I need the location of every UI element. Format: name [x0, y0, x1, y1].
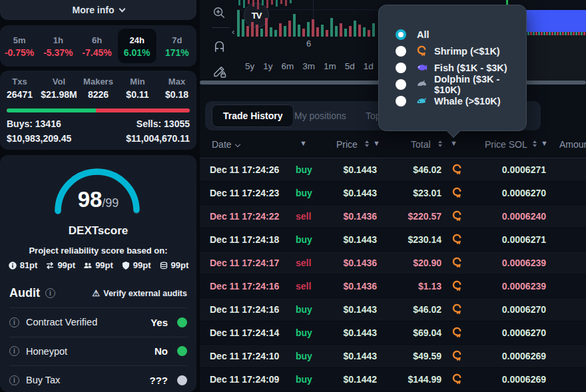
community-icon [83, 261, 93, 270]
cell-total: $144.99 [408, 374, 441, 385]
filter-option-whale[interactable]: Whale (>$10K) [379, 93, 526, 109]
toolbar-divider [212, 27, 229, 28]
trade-row[interactable]: Dec 11 17:24:16sell$0.1436$1.130.0006239 [200, 275, 586, 298]
trade-row[interactable]: Dec 11 17:24:18buy$0.1443$230.140.000627… [200, 228, 586, 252]
cell-price-sol: 0.0006240 [502, 211, 546, 222]
tab-trade-history[interactable]: Trade History [212, 104, 294, 127]
cell-price-sol: 0.0006239 [502, 281, 546, 292]
filter-option-dolphin[interactable]: Dolphin ($3K - $10K) [379, 76, 526, 93]
info-icon[interactable]: i [9, 346, 19, 356]
cell-price: $0.1436 [343, 211, 377, 222]
shrimp-icon [451, 303, 465, 317]
range-1y[interactable]: 1y [263, 61, 272, 71]
verify-external-audits-link[interactable]: ⚠ Verify external audits [93, 288, 187, 298]
timeframe-5m[interactable]: 5m-0.75% [0, 25, 39, 67]
whale-icon [416, 95, 428, 106]
cell-side: buy [296, 351, 312, 361]
cell-date: Dec 11 17:24:14 [210, 327, 279, 338]
warning-icon: ⚠ [93, 288, 101, 298]
cell-price: $0.1443 [343, 188, 377, 198]
range-3m[interactable]: 3m [302, 61, 315, 71]
range-1d[interactable]: 1d [364, 61, 374, 71]
sort-icon[interactable] [438, 140, 442, 147]
chart-right-area [527, 35, 586, 81]
filter-icon[interactable]: ▼ [300, 139, 307, 147]
score-metric: 81pt [8, 260, 38, 270]
radio-unselected[interactable] [396, 96, 406, 106]
trade-row[interactable]: Dec 11 17:24:10buy$0.1443$49.590.0006269 [200, 345, 586, 368]
filter-icon[interactable]: ▼ [450, 139, 457, 147]
cell-total: $46.02 [413, 164, 441, 175]
zoom-in-icon[interactable] [212, 5, 226, 20]
trade-row[interactable]: Dec 11 17:24:17sell$0.1436$20.900.000623… [200, 252, 586, 275]
fish-icon [416, 62, 428, 73]
more-info-bar[interactable]: More info [0, 0, 196, 20]
range-1m[interactable]: 1m [324, 61, 336, 71]
sort-icon[interactable] [533, 140, 537, 147]
cell-side: buy [296, 234, 312, 245]
shrimp-icon [451, 327, 465, 340]
radio-unselected[interactable] [396, 79, 406, 90]
filter-icon[interactable]: ▼ [541, 139, 548, 147]
trade-row[interactable]: Dec 11 17:24:16buy$0.1443$46.020.0006270 [200, 298, 586, 321]
cell-total: $69.04 [413, 327, 441, 338]
filter-icon[interactable]: ▼ [373, 139, 380, 147]
dextscore-card: 98/99 DEXTscore Project reliability scor… [0, 155, 196, 392]
timeframe-6h[interactable]: 6h-7.45% [77, 25, 116, 67]
trade-row[interactable]: Dec 11 17:24:23buy$0.1443$23.010.0006270 [200, 182, 586, 205]
cell-side: buy [296, 188, 312, 198]
trade-size-filter-dropdown: AllShrimp (<$1K)Fish ($1K - $3K)Dolphin … [378, 5, 527, 131]
cell-date: Dec 11 17:24:22 [210, 211, 279, 222]
timeframe-1h[interactable]: 1h-5.37% [39, 25, 77, 67]
cell-total: $20.90 [413, 258, 441, 268]
filter-option-label: All [417, 29, 430, 40]
info-icon[interactable]: i [9, 317, 19, 327]
timeframe-24h[interactable]: 24h6.01% [118, 29, 156, 63]
cell-total: $46.02 [413, 304, 441, 315]
cell-date: Dec 11 17:24:09 [210, 374, 279, 385]
shrimp-icon [451, 280, 465, 294]
pair-stats-card: Txs26471Vol$21.98MMakers8226Min$0.11Max$… [0, 71, 196, 150]
col-price[interactable]: Price [336, 139, 358, 150]
cell-side: sell [296, 281, 311, 292]
radio-selected[interactable] [396, 29, 406, 40]
audit-rows: iContract VerifiedYesiHoneypotNoiBuy Tax… [9, 307, 187, 392]
col-total[interactable]: Total [411, 139, 431, 150]
trade-row[interactable]: Dec 11 17:24:09buy$0.1442$144.990.000626… [200, 368, 586, 391]
trade-row[interactable]: Dec 11 17:24:26buy$0.1443$46.020.0006271 [200, 158, 586, 182]
dextscore-metrics: 81pt99pt99pt99pt99pt [0, 260, 196, 270]
cell-side: buy [296, 374, 312, 385]
stat-min: Min$0.11 [118, 77, 157, 100]
range-5d[interactable]: 5d [345, 61, 355, 71]
trade-row[interactable]: Dec 11 17:24:22sell$0.1436$220.570.00062… [200, 205, 586, 228]
sort-icon[interactable] [365, 140, 369, 147]
stat-max: Max$0.18 [157, 77, 196, 100]
draw-lock-icon[interactable] [212, 63, 228, 79]
score-metric: 99pt [45, 260, 75, 270]
cell-side: buy [296, 327, 312, 338]
cell-date: Dec 11 17:24:16 [210, 281, 279, 292]
cell-price: $0.1443 [343, 304, 377, 315]
col-price-sol[interactable]: Price SOL [485, 139, 527, 150]
info-icon[interactable]: i [45, 288, 55, 298]
cell-price-sol: 0.0006270 [502, 188, 546, 198]
range-6m[interactable]: 6m [282, 61, 294, 71]
range-5y[interactable]: 5y [245, 61, 254, 71]
collapse-toolbar-arrow[interactable]: ‹ [232, 27, 234, 37]
filter-option-all[interactable]: All [379, 26, 526, 43]
cell-date: Dec 11 17:24:26 [210, 164, 279, 175]
cell-price-sol: 0.0006270 [502, 327, 546, 338]
filter-option-shrimp[interactable]: Shrimp (<$1K) [379, 43, 526, 59]
trade-row[interactable]: Dec 11 17:24:14buy$0.1443$69.040.0006270 [200, 321, 586, 345]
col-amount[interactable]: Amount [559, 139, 586, 150]
col-date[interactable]: Date [212, 139, 240, 150]
shrimp-icon [451, 257, 465, 270]
cell-total: $23.01 [413, 188, 441, 198]
timeframe-7d[interactable]: 7d171% [158, 25, 196, 67]
cell-side: buy [296, 304, 312, 315]
magnet-icon[interactable] [212, 38, 227, 53]
radio-unselected[interactable] [396, 63, 406, 73]
info-icon[interactable]: i [9, 375, 19, 385]
tab-my-positions[interactable]: My positions [294, 110, 346, 121]
radio-unselected[interactable] [396, 46, 406, 57]
